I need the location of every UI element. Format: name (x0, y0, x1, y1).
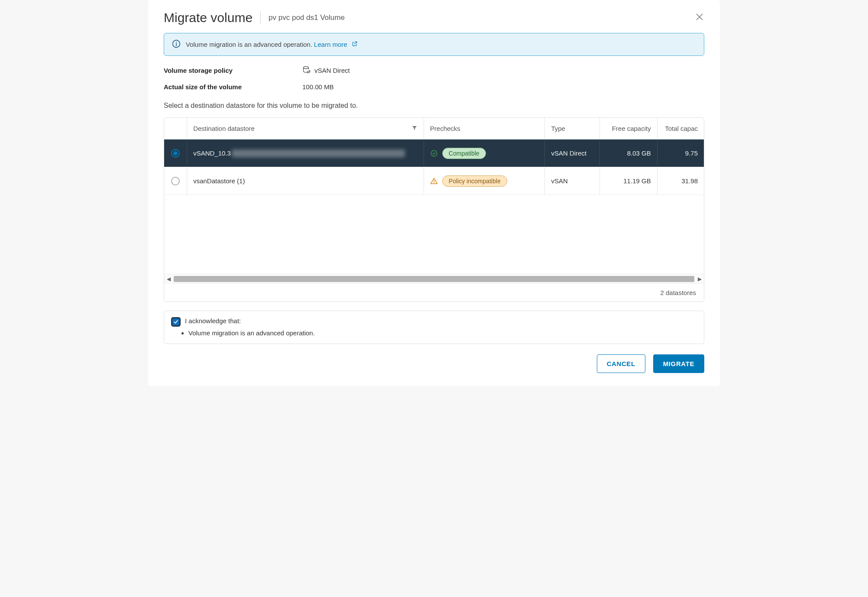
row-free: 8.03 GB (600, 140, 657, 167)
learn-more-label: Learn more (314, 41, 347, 48)
acknowledge-list: Volume migration is an advanced operatio… (188, 329, 697, 337)
instruction-text: Select a destination datastore for this … (164, 102, 704, 110)
table-footer: 2 datastores (164, 283, 704, 302)
policy-row: Volume storage policy vSAN Direct (164, 65, 704, 75)
row-radio[interactable] (171, 177, 180, 185)
dialog-footer: CANCEL MIGRATE (164, 354, 704, 373)
row-name: vSAND_10.3 (187, 140, 424, 167)
close-icon (695, 12, 704, 22)
row-radio[interactable] (171, 149, 180, 158)
scroll-left-icon[interactable]: ◀ (164, 276, 173, 282)
policy-value: vSAN Direct (314, 67, 350, 74)
migrate-volume-dialog: Migrate volume pv pvc pod ds1 Volume Vol… (148, 0, 720, 386)
column-destination[interactable]: Destination datastore (187, 118, 424, 139)
title-separator (260, 11, 261, 24)
dialog-header: Migrate volume pv pvc pod ds1 Volume (164, 10, 704, 33)
row-type: vSAN Direct (545, 140, 600, 167)
svg-rect-2 (176, 43, 177, 46)
size-value: 100.00 MB (302, 83, 334, 91)
cancel-button[interactable]: CANCEL (597, 354, 645, 373)
column-select (164, 118, 187, 139)
table-row[interactable]: vSAND_10.3 Compatible vSAN Direct 8.03 G… (164, 140, 704, 167)
row-name-prefix: vSAND_10.3 (193, 149, 231, 157)
svg-point-4 (431, 150, 437, 156)
acknowledge-checkbox[interactable] (171, 317, 181, 327)
table-header: Destination datastore Prechecks Type Fre… (164, 118, 704, 140)
migrate-button[interactable]: MIGRATE (653, 354, 704, 373)
acknowledge-item: Volume migration is an advanced operatio… (188, 329, 697, 337)
horizontal-scrollbar[interactable]: ◀ ▶ (164, 274, 704, 283)
checkmark-icon (173, 319, 179, 325)
row-free: 11.19 GB (600, 167, 657, 195)
row-total: 31.98 (657, 167, 704, 195)
column-prechecks[interactable]: Prechecks (424, 118, 545, 139)
column-destination-label: Destination datastore (193, 125, 255, 132)
svg-point-1 (176, 42, 177, 42)
acknowledge-lead: I acknowledge that: (185, 317, 241, 324)
info-banner: Volume migration is an advanced operatio… (164, 33, 704, 56)
scroll-right-icon[interactable]: ▶ (695, 276, 704, 282)
acknowledge-box: I acknowledge that: Volume migration is … (164, 311, 704, 344)
info-icon (172, 39, 181, 49)
filter-icon[interactable] (411, 125, 418, 132)
policy-label: Volume storage policy (164, 67, 302, 74)
table-body: vSAND_10.3 Compatible vSAN Direct 8.03 G… (164, 140, 704, 274)
redacted-text (232, 149, 405, 157)
dialog-subtitle: pv pvc pod ds1 Volume (269, 13, 345, 22)
scroll-track[interactable] (174, 276, 694, 282)
table-row[interactable]: vsanDatastore (1) Policy incompatible vS… (164, 167, 704, 195)
column-type[interactable]: Type (545, 118, 600, 139)
datastore-table: Destination datastore Prechecks Type Fre… (164, 117, 704, 302)
column-total-label: Total capac (665, 125, 698, 132)
close-button[interactable] (695, 12, 704, 23)
column-total[interactable]: Total capac (657, 118, 704, 139)
datastore-icon (302, 65, 311, 75)
column-type-label: Type (551, 125, 565, 132)
size-row: Actual size of the volume 100.00 MB (164, 83, 704, 91)
column-free-label: Free capacity (612, 125, 651, 132)
external-link-icon (352, 41, 358, 48)
row-name: vsanDatastore (1) (187, 167, 424, 195)
column-prechecks-label: Prechecks (430, 125, 460, 132)
dialog-title: Migrate volume (164, 10, 253, 25)
learn-more-link[interactable]: Learn more (314, 41, 358, 48)
row-total: 9.75 (657, 140, 704, 167)
svg-point-3 (304, 67, 309, 69)
precheck-badge: Policy incompatible (442, 175, 507, 187)
size-label: Actual size of the volume (164, 83, 302, 91)
check-circle-icon (430, 149, 438, 157)
column-free[interactable]: Free capacity (600, 118, 657, 139)
warning-icon (430, 177, 438, 185)
row-type: vSAN (545, 167, 600, 195)
precheck-badge: Compatible (442, 148, 486, 159)
info-banner-text: Volume migration is an advanced operatio… (186, 41, 312, 48)
svg-rect-6 (434, 182, 434, 183)
svg-rect-5 (434, 180, 434, 182)
